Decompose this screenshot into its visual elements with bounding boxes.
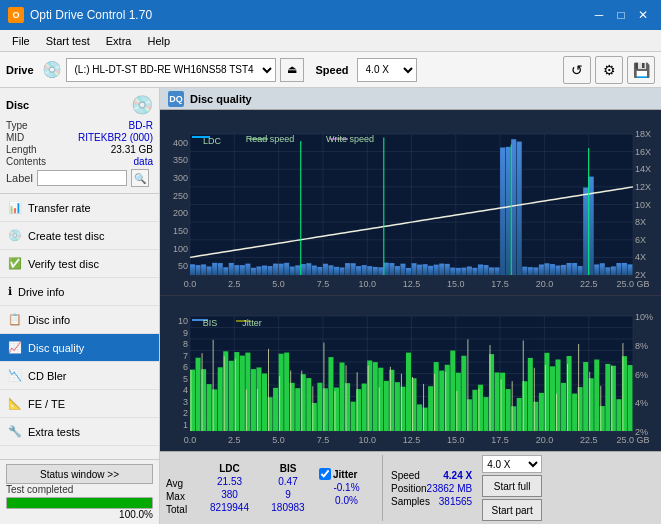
cd-bler-icon: 📉 xyxy=(8,369,22,382)
nav-cd-bler-label: CD Bler xyxy=(28,370,67,382)
extra-tests-icon: 🔧 xyxy=(8,425,22,438)
ldc-max: 380 xyxy=(202,489,257,500)
disc-label-button[interactable]: 🔍 xyxy=(131,169,149,187)
disc-mid-label: MID xyxy=(6,132,24,143)
refresh-button[interactable]: ↺ xyxy=(563,56,591,84)
minimize-button[interactable]: ─ xyxy=(589,5,609,25)
disc-panel: Disc 💿 Type BD-R MID RITEKBR2 (000) Leng… xyxy=(0,88,159,194)
menu-help[interactable]: Help xyxy=(139,33,178,49)
nav-fe-te-label: FE / TE xyxy=(28,398,65,410)
title-bar: O Opti Drive Control 1.70 ─ □ ✕ xyxy=(0,0,661,30)
progress-bar-outer xyxy=(6,497,153,509)
verify-test-disc-icon: ✅ xyxy=(8,257,22,270)
app-icon: O xyxy=(8,7,24,23)
fe-te-icon: 📐 xyxy=(8,397,22,410)
sidebar: Disc 💿 Type BD-R MID RITEKBR2 (000) Leng… xyxy=(0,88,160,524)
position-value: 23862 MB xyxy=(427,483,473,494)
nav-items: 📊 Transfer rate 💿 Create test disc ✅ Ver… xyxy=(0,194,159,459)
bis-max: 9 xyxy=(263,489,313,500)
transfer-rate-icon: 📊 xyxy=(8,201,22,214)
ldc-header: LDC xyxy=(202,463,257,474)
title-bar-title: Opti Drive Control 1.70 xyxy=(30,8,152,22)
disc-icon: 💿 xyxy=(131,94,153,116)
nav-fe-te[interactable]: 📐 FE / TE xyxy=(0,390,159,418)
samples-label: Samples xyxy=(391,496,430,507)
disc-contents-row: Contents data xyxy=(6,156,153,167)
disc-quality-header-icon: DQ xyxy=(168,91,184,107)
start-part-button[interactable]: Start part xyxy=(482,499,542,521)
menu-extra[interactable]: Extra xyxy=(98,33,140,49)
nav-verify-test-disc-label: Verify test disc xyxy=(28,258,99,270)
bottom-chart-canvas xyxy=(160,296,661,451)
disc-type-value: BD-R xyxy=(129,120,153,131)
total-label: Total xyxy=(166,504,196,515)
disc-title: Disc xyxy=(6,99,29,111)
menu-start-test[interactable]: Start test xyxy=(38,33,98,49)
drive-info-icon: ℹ xyxy=(8,285,12,298)
disc-mid-value: RITEKBR2 (000) xyxy=(78,132,153,143)
top-chart-canvas xyxy=(160,110,661,295)
nav-create-test-disc[interactable]: 💿 Create test disc xyxy=(0,222,159,250)
disc-type-row: Type BD-R xyxy=(6,120,153,131)
stats-bar: Avg Max Total LDC 21.53 380 8219944 BIS … xyxy=(160,451,661,524)
nav-transfer-rate[interactable]: 📊 Transfer rate xyxy=(0,194,159,222)
drive-icon: 💿 xyxy=(42,60,62,79)
disc-quality-header: DQ Disc quality xyxy=(160,88,661,110)
maximize-button[interactable]: □ xyxy=(611,5,631,25)
nav-disc-quality[interactable]: 📈 Disc quality xyxy=(0,334,159,362)
nav-drive-info[interactable]: ℹ Drive info xyxy=(0,278,159,306)
speed-selector[interactable]: 4.0 X xyxy=(357,58,417,82)
menu-file[interactable]: File xyxy=(4,33,38,49)
start-full-button[interactable]: Start full xyxy=(482,475,542,497)
disc-length-label: Length xyxy=(6,144,37,155)
disc-length-value: 23.31 GB xyxy=(111,144,153,155)
charts-container xyxy=(160,110,661,451)
jitter-avg: -0.1% xyxy=(319,482,374,493)
nav-drive-info-label: Drive info xyxy=(18,286,64,298)
disc-label-label: Label xyxy=(6,172,33,184)
jitter-checkbox[interactable] xyxy=(319,468,331,480)
status-window-button[interactable]: Status window >> xyxy=(6,464,153,484)
max-label: Max xyxy=(166,491,196,502)
ldc-total: 8219944 xyxy=(202,502,257,513)
toolbar: Drive 💿 (L:) HL-DT-ST BD-RE WH16NS58 TST… xyxy=(0,52,661,88)
app-icon-text: O xyxy=(12,10,19,20)
status-bar-section: Status window >> Test completed 100.0% xyxy=(0,459,159,524)
avg-label: Avg xyxy=(166,478,196,489)
disc-length-row: Length 23.31 GB xyxy=(6,144,153,155)
disc-label-input[interactable] xyxy=(37,170,127,186)
disc-label-row: Label 🔍 xyxy=(6,169,153,187)
settings-button[interactable]: ⚙ xyxy=(595,56,623,84)
title-bar-controls: ─ □ ✕ xyxy=(589,5,653,25)
bis-total: 180983 xyxy=(263,502,313,513)
ldc-avg: 21.53 xyxy=(202,476,257,487)
title-bar-left: O Opti Drive Control 1.70 xyxy=(8,7,152,23)
disc-mid-row: MID RITEKBR2 (000) xyxy=(6,132,153,143)
top-chart-wrapper xyxy=(160,110,661,296)
status-text: Test completed xyxy=(6,484,153,495)
nav-disc-quality-label: Disc quality xyxy=(28,342,84,354)
drive-selector[interactable]: (L:) HL-DT-ST BD-RE WH16NS58 TST4 xyxy=(66,58,276,82)
progress-label: 100.0% xyxy=(6,509,153,520)
drive-label: Drive xyxy=(6,64,34,76)
disc-quality-icon: 📈 xyxy=(8,341,22,354)
disc-type-label: Type xyxy=(6,120,28,131)
speed-stat-value: 4.24 X xyxy=(443,470,472,481)
nav-verify-test-disc[interactable]: ✅ Verify test disc xyxy=(0,250,159,278)
nav-cd-bler[interactable]: 📉 CD Bler xyxy=(0,362,159,390)
create-test-disc-icon: 💿 xyxy=(8,229,22,242)
disc-info-icon: 📋 xyxy=(8,313,22,326)
eject-button[interactable]: ⏏ xyxy=(280,58,304,82)
nav-transfer-rate-label: Transfer rate xyxy=(28,202,91,214)
close-button[interactable]: ✕ xyxy=(633,5,653,25)
nav-extra-tests[interactable]: 🔧 Extra tests xyxy=(0,418,159,446)
save-button[interactable]: 💾 xyxy=(627,56,655,84)
nav-disc-info[interactable]: 📋 Disc info xyxy=(0,306,159,334)
disc-contents-value: data xyxy=(134,156,153,167)
samples-value: 381565 xyxy=(439,496,472,507)
position-label: Position xyxy=(391,483,427,494)
nav-extra-tests-label: Extra tests xyxy=(28,426,80,438)
disc-contents-label: Contents xyxy=(6,156,46,167)
menu-bar: File Start test Extra Help xyxy=(0,30,661,52)
stats-speed-select[interactable]: 4.0 X xyxy=(482,455,542,473)
